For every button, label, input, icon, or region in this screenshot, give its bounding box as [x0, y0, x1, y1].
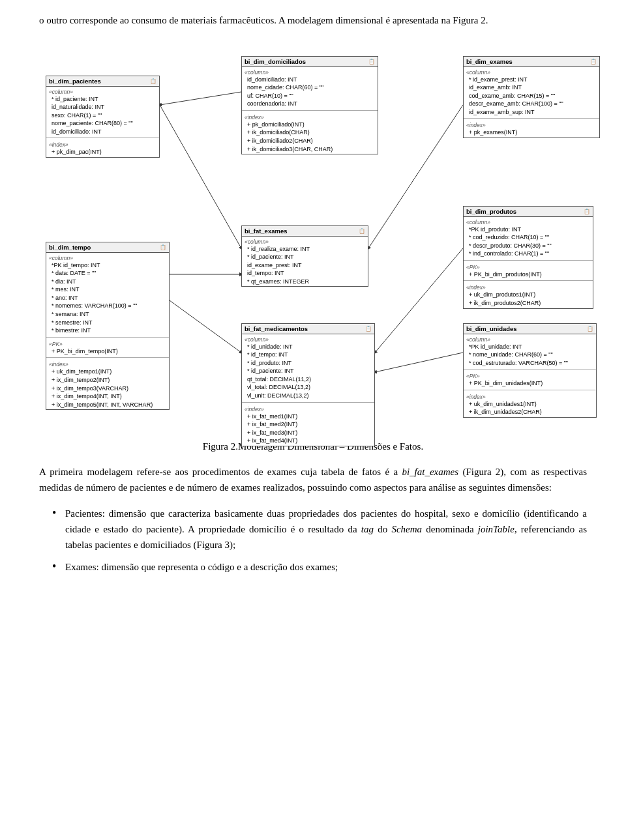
bullet-list: Pacientes: dimensão que caracteriza basi… [39, 506, 587, 575]
entity-section: «column»* id_paciente: INT id_naturalida… [46, 87, 159, 137]
entity-bi_dim_pacientes: bi_dim_pacientes📋«column»* id_paciente: … [46, 76, 160, 158]
entity-section: «PK»+ PK_bi_dim_produtos(INT) [464, 262, 593, 280]
entity-section: «PK»+ PK_bi_dim_unidades(INT) [464, 371, 596, 388]
svg-line-1 [160, 92, 241, 105]
entity-section: «index»+ uk_dim_produtos1(INT)+ ik_dim_p… [464, 282, 593, 308]
entity-bi_dim_exames: bi_dim_exames📋«column»* id_exame_prest: … [463, 56, 600, 139]
entity-section: «column»*PK id_unidade: INT* nome_unidad… [464, 334, 596, 368]
entity-section: «index»+ pk_domiciliado(INT)+ ik_domicil… [242, 112, 378, 154]
list-item: Pacientes: dimensão que caracteriza basi… [65, 506, 587, 553]
entity-bi_dim_tempo: bi_dim_tempo📋«column»*PK id_tempo: INT* … [46, 242, 170, 411]
entity-section: «index»+ uk_dim_unidades1(INT)+ ik_dim_u… [464, 392, 596, 417]
entity-header-bi_fat_medicamentos: bi_fat_medicamentos📋 [242, 324, 374, 334]
entity-header-bi_dim_unidades: bi_dim_unidades📋 [464, 324, 596, 334]
entity-bi_fat_medicamentos: bi_fat_medicamentos📋«column»* id_unidade… [241, 323, 375, 447]
entity-section: «column» id_domiciliado: INT nome_cidade… [242, 67, 378, 109]
diagram-area: bi_dim_pacientes📋«column»* id_paciente: … [39, 40, 587, 431]
entity-section: «column»* id_unidade: INT* id_tempo: INT… [242, 334, 374, 401]
entity-section: «column»*PK id_tempo: INT* data: DATE = … [46, 253, 169, 336]
entity-section: «index»+ uk_dim_tempo1(INT)+ ix_dim_temp… [46, 359, 169, 409]
entity-header-bi_dim_tempo: bi_dim_tempo📋 [46, 242, 169, 253]
entity-section: «index»+ ix_fat_med1(INT)+ ix_fat_med2(I… [242, 404, 374, 446]
svg-line-4 [170, 300, 241, 353]
svg-line-5 [375, 248, 463, 353]
entity-bi_dim_unidades: bi_dim_unidades📋«column»*PK id_unidade: … [463, 323, 597, 418]
entity-header-bi_dim_produtos: bi_dim_produtos📋 [464, 207, 593, 217]
svg-line-2 [368, 105, 463, 248]
entity-section: «PK»+ PK_bi_dim_tempo(INT) [46, 339, 169, 356]
entity-section: «column»* id_exame_prest: INT id_exame_a… [464, 67, 599, 117]
entity-header-bi_dim_pacientes: bi_dim_pacientes📋 [46, 76, 159, 87]
entity-bi_dim_produtos: bi_dim_produtos📋«column»*PK id_produto: … [463, 206, 593, 309]
entity-bi_dim_domiciliados: bi_dim_domiciliados📋«column» id_domicili… [241, 56, 378, 155]
entity-section: «column»* id_realiza_exame: INT* id_paci… [242, 237, 368, 287]
entity-bi_fat_exames: bi_fat_exames📋«column»* id_realiza_exame… [241, 225, 368, 287]
list-item: Exames: dimensão que representa o código… [65, 559, 587, 575]
intro-text: o outro corresponde ao consumo de materi… [39, 13, 587, 28]
entity-header-bi_dim_exames: bi_dim_exames📋 [464, 57, 599, 67]
body-paragraph: A primeira modelagem refere-se aos proce… [39, 464, 587, 495]
svg-line-0 [160, 105, 241, 248]
svg-line-6 [375, 353, 463, 372]
entity-header-bi_dim_domiciliados: bi_dim_domiciliados📋 [242, 57, 378, 67]
entity-section: «index»+ pk_exames(INT) [464, 120, 599, 138]
entity-section: «column»*PK id_produto: INT* cod_reduzid… [464, 217, 593, 259]
entity-header-bi_fat_exames: bi_fat_exames📋 [242, 226, 368, 237]
entity-section: «index»+ pk_dim_pac(INT) [46, 139, 159, 157]
